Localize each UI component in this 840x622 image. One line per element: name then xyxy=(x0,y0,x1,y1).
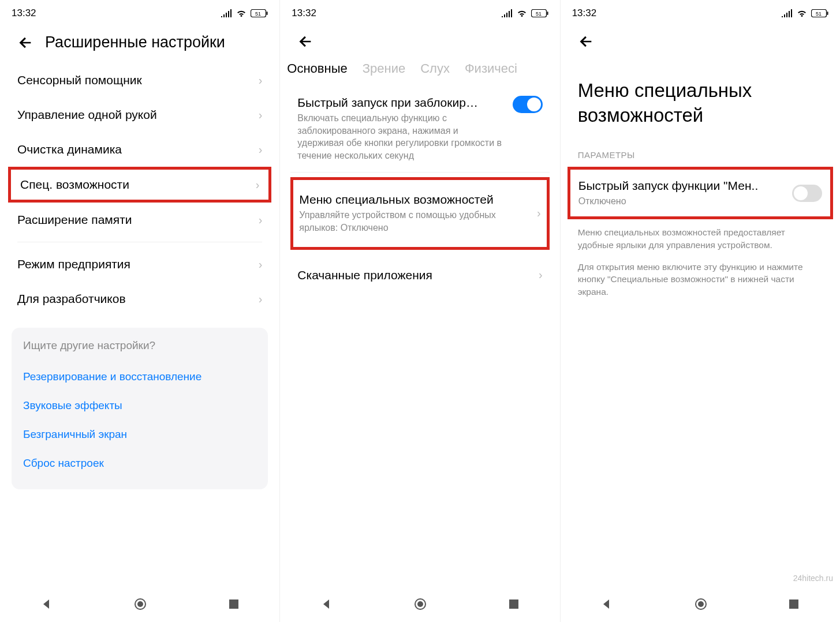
back-icon[interactable] xyxy=(578,33,594,50)
nav-back-icon[interactable] xyxy=(321,598,333,610)
search-suggestions: Ищите другие настройки? Резервирование и… xyxy=(12,328,268,489)
svg-rect-7 xyxy=(547,12,548,15)
item-label: Очистка динамика xyxy=(17,143,122,156)
tabs: Основные Зрение Слух Физичесі xyxy=(280,61,559,85)
search-link-fullscreen[interactable]: Безграничный экран xyxy=(23,420,256,449)
search-link-backup[interactable]: Резервирование и восстановление xyxy=(23,362,256,391)
description-text: Меню специальных возможностей предоставл… xyxy=(561,219,840,258)
chevron-right-icon: › xyxy=(259,74,263,87)
search-title: Ищите другие настройки? xyxy=(23,339,256,352)
item-desc: Включать специальную функцию с заблокиро… xyxy=(297,112,505,162)
item-label: Сенсорный помощник xyxy=(17,73,142,87)
nav-recent-icon[interactable] xyxy=(509,599,519,609)
svg-rect-1 xyxy=(267,12,268,15)
description-text: Для открытия меню включите эту функцию и… xyxy=(561,258,840,305)
nav-back-icon[interactable] xyxy=(601,598,613,610)
wifi-icon xyxy=(236,9,247,17)
screen-accessibility-menu: 13:32 51 Меню специальных возможностей П… xyxy=(561,0,840,622)
page-title: Меню специальных возможностей xyxy=(561,61,840,145)
status-bar: 13:32 51 xyxy=(280,0,559,23)
item-speaker-clean[interactable]: Очистка динамика › xyxy=(0,132,279,167)
item-sub: Отключено xyxy=(578,195,785,208)
chevron-right-icon: › xyxy=(259,258,263,271)
tab-physical[interactable]: Физичесі xyxy=(465,61,517,76)
item-quick-launch-locked[interactable]: Быстрый запуск при заблокир… Включать сп… xyxy=(280,85,559,172)
item-downloaded-apps[interactable]: Скачанные приложения › xyxy=(280,258,559,293)
highlight-box: Меню специальных возможностей Управляйте… xyxy=(290,177,549,249)
svg-point-16 xyxy=(698,601,704,607)
item-accessibility-menu[interactable]: Меню специальных возможностей Управляйте… xyxy=(293,180,546,246)
item-developer-options[interactable]: Для разработчиков › xyxy=(0,282,279,316)
item-label: Спец. возможности xyxy=(20,178,129,192)
status-bar: 13:32 51 xyxy=(561,0,840,23)
item-touch-assistant[interactable]: Сенсорный помощник › xyxy=(0,63,279,98)
toggle-quick-launch[interactable] xyxy=(513,96,543,113)
header: Расширенные настройки xyxy=(0,23,279,63)
chevron-right-icon: › xyxy=(259,293,263,306)
status-time: 13:32 xyxy=(292,8,316,19)
svg-rect-11 xyxy=(509,599,518,609)
nav-bar xyxy=(280,586,559,622)
divider xyxy=(290,172,549,173)
nav-recent-icon[interactable] xyxy=(789,599,799,609)
chevron-right-icon: › xyxy=(259,213,263,227)
back-icon[interactable] xyxy=(17,35,33,51)
svg-text:51: 51 xyxy=(816,11,822,17)
chevron-right-icon: › xyxy=(259,108,263,122)
item-label: Расширение памяти xyxy=(17,213,132,227)
screen-advanced-settings: 13:32 51 Расширенные настройки Сенсорный… xyxy=(0,0,280,622)
signal-icon xyxy=(501,9,513,17)
wifi-icon xyxy=(796,9,808,17)
battery-icon: 51 xyxy=(531,9,548,17)
tab-vision[interactable]: Зрение xyxy=(363,61,405,76)
back-icon[interactable] xyxy=(297,33,313,50)
svg-rect-13 xyxy=(827,12,828,15)
item-label: Скачанные приложения xyxy=(297,268,432,282)
nav-home-icon[interactable] xyxy=(134,598,147,610)
nav-bar xyxy=(0,586,279,622)
header xyxy=(561,23,840,61)
item-title: Быстрый запуск при заблокир… xyxy=(297,96,505,110)
chevron-right-icon: › xyxy=(539,268,543,282)
toggle-menu-quick-launch[interactable] xyxy=(792,185,822,202)
battery-icon: 51 xyxy=(251,9,268,17)
status-time: 13:32 xyxy=(572,8,597,19)
item-desc: Управляйте устройством с помощью удобных… xyxy=(299,209,530,234)
search-link-reset[interactable]: Сброс настроек xyxy=(23,449,256,478)
settings-list: Сенсорный помощник › Управление одной ру… xyxy=(0,63,279,316)
status-icons: 51 xyxy=(781,9,828,17)
highlight-box: Спец. возможности › xyxy=(8,167,271,203)
screen-accessibility: 13:32 51 Основные Зрение Слух Физичесі Б… xyxy=(280,0,560,622)
signal-icon xyxy=(781,9,793,17)
wifi-icon xyxy=(516,9,528,17)
status-icons: 51 xyxy=(501,9,548,17)
item-accessibility[interactable]: Спец. возможности › xyxy=(11,170,268,200)
item-label: Режим предприятия xyxy=(17,257,130,271)
status-icons: 51 xyxy=(221,9,268,17)
divider xyxy=(17,242,262,242)
highlight-box: Быстрый запуск функции "Мен.. Отключено xyxy=(568,167,833,220)
item-memory-extension[interactable]: Расширение памяти › xyxy=(0,203,279,237)
search-link-sound[interactable]: Звуковые эффекты xyxy=(23,391,256,420)
item-quick-launch-menu[interactable]: Быстрый запуск функции "Мен.. Отключено xyxy=(570,170,830,217)
item-one-hand[interactable]: Управление одной рукой › xyxy=(0,98,279,132)
nav-recent-icon[interactable] xyxy=(229,599,239,609)
status-time: 13:32 xyxy=(12,8,36,19)
tab-hearing[interactable]: Слух xyxy=(420,61,450,76)
item-enterprise-mode[interactable]: Режим предприятия › xyxy=(0,247,279,282)
tab-main[interactable]: Основные xyxy=(287,61,347,76)
chevron-right-icon: › xyxy=(537,207,541,220)
nav-home-icon[interactable] xyxy=(414,598,427,610)
watermark: 24hitech.ru xyxy=(793,574,833,583)
status-bar: 13:32 51 xyxy=(0,0,279,23)
svg-rect-5 xyxy=(229,599,238,609)
chevron-right-icon: › xyxy=(256,178,260,192)
item-title: Меню специальных возможностей xyxy=(299,193,530,207)
svg-rect-17 xyxy=(789,599,798,609)
nav-back-icon[interactable] xyxy=(41,598,53,610)
nav-bar xyxy=(561,586,840,622)
item-label: Для разработчиков xyxy=(17,292,126,306)
nav-home-icon[interactable] xyxy=(695,598,707,610)
chevron-right-icon: › xyxy=(259,143,263,156)
svg-text:51: 51 xyxy=(255,11,261,17)
